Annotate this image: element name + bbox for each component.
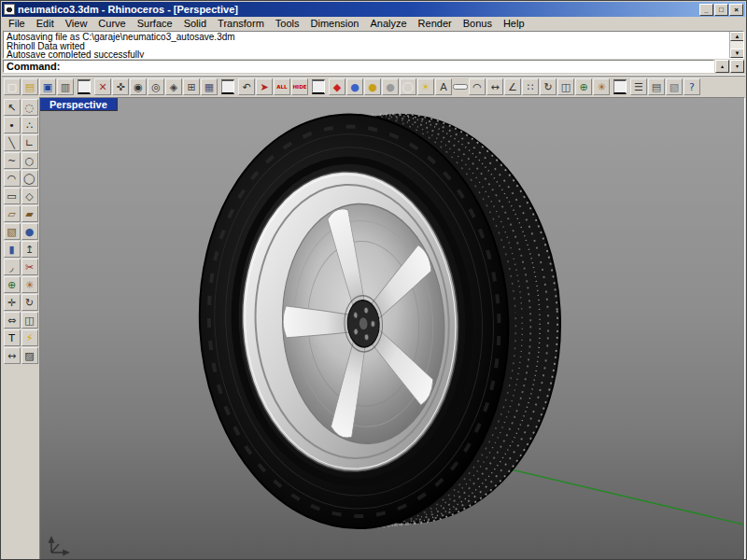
zoom-in-button[interactable]: ◉ bbox=[130, 78, 147, 95]
ghosted-view-button[interactable]: ● bbox=[382, 78, 399, 95]
menu-item-surface[interactable]: Surface bbox=[132, 17, 178, 31]
sphere-button[interactable]: ● bbox=[21, 223, 38, 240]
minimize-button[interactable]: _ bbox=[699, 4, 713, 16]
point-button[interactable]: • bbox=[4, 117, 21, 133]
command-history-lines: Autosaving file as C:\garaje\neumatico3_… bbox=[7, 33, 726, 59]
zoom-extents-button[interactable]: ⊞ bbox=[183, 78, 200, 95]
zoom-out-button[interactable]: ◎ bbox=[148, 78, 164, 95]
scale-button[interactable]: ⇔ bbox=[4, 312, 21, 329]
orient-icon: ↻ bbox=[543, 82, 552, 92]
menu-item-file[interactable]: File bbox=[3, 17, 31, 31]
curve-button[interactable]: ~ bbox=[4, 152, 21, 169]
command-line[interactable]: Command: bbox=[3, 60, 714, 73]
plane-button[interactable]: ▰ bbox=[21, 205, 38, 222]
menu-item-curve[interactable]: Curve bbox=[92, 17, 131, 31]
open-file-button[interactable]: ▤ bbox=[21, 78, 38, 95]
text-button[interactable]: T bbox=[4, 329, 21, 346]
move-object-button[interactable]: ✛ bbox=[4, 294, 21, 311]
points-button[interactable]: ∴ bbox=[21, 117, 38, 133]
notes-button[interactable]: ▧ bbox=[666, 78, 683, 95]
arc-button[interactable]: ◠ bbox=[4, 170, 21, 187]
menu-item-view[interactable]: View bbox=[60, 17, 93, 31]
pan-button[interactable]: ✜ bbox=[112, 78, 129, 95]
menu-item-help[interactable]: Help bbox=[498, 17, 530, 31]
command-history[interactable]: Autosaving file as C:\garaje\neumatico3_… bbox=[3, 31, 744, 59]
shaded-view-button[interactable]: ● bbox=[346, 78, 363, 95]
menu-item-edit[interactable]: Edit bbox=[31, 17, 60, 31]
join-curves-button[interactable]: ⊕ bbox=[4, 276, 21, 293]
mirror-object-button[interactable]: ◫ bbox=[21, 312, 38, 329]
undo-button[interactable]: ↶ bbox=[238, 78, 255, 95]
explode-curves-button[interactable]: ✳ bbox=[21, 276, 38, 293]
properties-button[interactable]: ▤ bbox=[648, 78, 665, 95]
cylinder-button[interactable]: ▮ bbox=[4, 241, 21, 258]
rotate-object-button[interactable]: ↻ bbox=[21, 294, 38, 311]
circle-button[interactable]: ○ bbox=[21, 152, 38, 169]
hide-button[interactable]: HIDE bbox=[291, 78, 308, 95]
dimension-tool-button[interactable]: ↔ bbox=[4, 347, 21, 364]
flamingo-render-button[interactable]: ◆ bbox=[329, 78, 345, 95]
angle-button[interactable]: ∠ bbox=[504, 78, 521, 95]
ellipse-button[interactable]: ◯ bbox=[21, 170, 38, 187]
show-all-button[interactable]: ALL bbox=[274, 78, 290, 95]
print-button[interactable]: ▥ bbox=[57, 78, 74, 95]
dimension-button[interactable]: ↔ bbox=[486, 78, 503, 95]
command-popup-down-icon[interactable]: ▾ bbox=[730, 60, 744, 73]
spotlight-button[interactable]: ☀ bbox=[417, 78, 434, 95]
scrollbar-track[interactable] bbox=[730, 41, 743, 49]
scroll-down-icon[interactable]: ▼ bbox=[730, 49, 744, 58]
move-button[interactable]: ➤ bbox=[256, 78, 273, 95]
box-button[interactable]: ▧ bbox=[4, 223, 21, 240]
scroll-up-icon[interactable]: ▲ bbox=[730, 32, 744, 41]
menu-item-bonus[interactable]: Bonus bbox=[458, 17, 498, 31]
fillet-button[interactable]: ◞ bbox=[4, 259, 21, 275]
line-button[interactable]: ╲ bbox=[4, 134, 21, 151]
select-button[interactable]: ↖ bbox=[4, 99, 21, 116]
menu-item-render[interactable]: Render bbox=[413, 17, 458, 31]
menu-item-tools[interactable]: Tools bbox=[270, 17, 305, 31]
help-button[interactable]: ? bbox=[684, 78, 700, 95]
array-button[interactable]: ∷ bbox=[522, 78, 539, 95]
hatch-button[interactable]: ▨ bbox=[21, 347, 38, 364]
tire-group bbox=[190, 104, 571, 537]
orient-button[interactable]: ↻ bbox=[540, 78, 557, 95]
polygon-button[interactable]: ◇ bbox=[21, 188, 38, 204]
rectangle-button[interactable]: ▭ bbox=[4, 188, 21, 204]
polyline-button[interactable]: ∟ bbox=[21, 134, 38, 151]
surface-button[interactable]: ▱ bbox=[4, 205, 21, 222]
delete-button[interactable]: ✕ bbox=[94, 78, 111, 95]
explode-icon: ✳ bbox=[597, 82, 605, 92]
menu-item-transform[interactable]: Transform bbox=[212, 17, 270, 31]
command-history-line-autosave-completed-succe: Autosave completed successfully bbox=[7, 50, 726, 59]
save-button[interactable]: ▣ bbox=[39, 78, 56, 95]
command-popup-up-icon[interactable]: ▴ bbox=[715, 60, 729, 73]
wireframe-view-button[interactable]: ◯ bbox=[400, 78, 416, 95]
maximize-button[interactable]: □ bbox=[714, 4, 728, 16]
main-area: ↖◌•∴╲∟~○◠◯▭◇▱▰▧●▮↥◞✂⊕✳✛↻⇔◫T⚡↔▨ Perspecti… bbox=[2, 97, 745, 560]
new-file-button[interactable]: ▢ bbox=[4, 78, 21, 95]
viewport-perspective[interactable]: Perspective bbox=[39, 97, 745, 560]
select-lasso-button[interactable]: ◌ bbox=[21, 99, 38, 116]
curve-analysis-button[interactable]: ◠ bbox=[469, 78, 486, 95]
bonus-tools-button[interactable]: ⚡ bbox=[21, 329, 38, 346]
box-icon: ▧ bbox=[7, 227, 16, 237]
layers-button[interactable]: ☰ bbox=[630, 78, 647, 95]
join-button[interactable]: ⊕ bbox=[575, 78, 592, 95]
command-history-scrollbar[interactable]: ▲ ▼ bbox=[729, 32, 743, 58]
extrude-button[interactable]: ↥ bbox=[21, 241, 38, 258]
mirror-button[interactable]: ◫ bbox=[557, 78, 574, 95]
material-icon: A bbox=[440, 82, 447, 92]
menu-item-analyze[interactable]: Analyze bbox=[364, 17, 412, 31]
trim-button[interactable]: ✂ bbox=[21, 259, 38, 275]
explode-button[interactable]: ✳ bbox=[593, 78, 610, 95]
menu-item-dimension[interactable]: Dimension bbox=[305, 17, 365, 31]
viewport-title[interactable]: Perspective bbox=[40, 98, 118, 111]
command-input[interactable] bbox=[63, 61, 711, 72]
rendered-view-button[interactable]: ● bbox=[364, 78, 381, 95]
zoom-window-button[interactable]: ◈ bbox=[165, 78, 182, 95]
grid-button[interactable]: ▦ bbox=[201, 78, 218, 95]
material-button[interactable]: A bbox=[435, 78, 452, 95]
title-bar[interactable]: neumatico3.3dm - Rhinoceros - [Perspecti… bbox=[2, 2, 745, 17]
close-button[interactable]: × bbox=[729, 4, 743, 16]
menu-item-solid[interactable]: Solid bbox=[178, 17, 212, 31]
